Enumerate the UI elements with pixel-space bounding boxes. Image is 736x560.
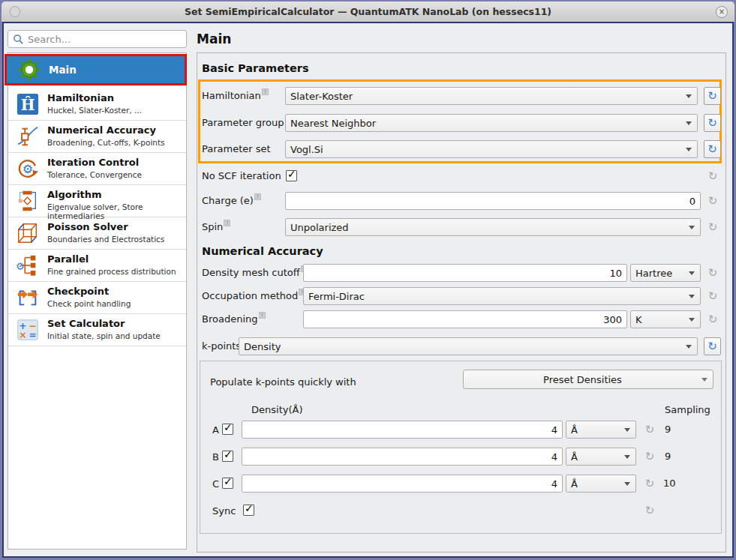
charge-input[interactable] — [285, 192, 701, 210]
section-numerical-accuracy: Numerical Accuracy — [202, 245, 323, 257]
axis-a-density-input[interactable] — [242, 421, 563, 439]
density-mesh-cutoff-input[interactable] — [303, 264, 627, 282]
density-mesh-cutoff-label: Density mesh cutoff? — [202, 264, 308, 282]
sidebar-item-poisson-solver[interactable]: Poisson Solver Boundaries and Electrosta… — [8, 217, 186, 250]
dropdown-arrow-icon — [624, 482, 630, 486]
reset-occupation-method-button[interactable]: ↻ — [706, 289, 719, 303]
dropdown-arrow-icon — [624, 455, 630, 459]
sidebar-item-numerical-accuracy[interactable]: Numerical Accuracy Broadening, Cut-offs,… — [8, 121, 186, 153]
broadening-label: Broadening? — [202, 310, 266, 328]
search-icon — [13, 34, 24, 45]
spin-value: Unpolarized — [286, 222, 689, 233]
axis-c-unit-select[interactable]: Å — [566, 475, 636, 493]
axis-b-unit-select[interactable]: Å — [566, 448, 636, 466]
hamiltonian-select[interactable]: Slater-Koster — [285, 87, 698, 105]
check-icon: ✓ — [245, 502, 254, 514]
sidebar-item-checkpoint[interactable]: Checkpoint Check point handling — [8, 282, 186, 314]
spin-select[interactable]: Unpolarized — [285, 218, 701, 236]
sidebar-item-iteration-control[interactable]: ⚙ Iteration Control Tolerance, Convergen… — [8, 153, 186, 185]
window-icon — [10, 6, 20, 17]
sidebar-item-parallel[interactable]: ⚙ Parallel Fine grained process distribu… — [8, 250, 186, 282]
reset-sync-button[interactable]: ↻ — [643, 504, 656, 517]
reset-broadening-button[interactable]: ↻ — [706, 313, 719, 326]
charge-label: Charge (e)? — [202, 192, 261, 210]
reset-kpoints-button[interactable]: ↻ — [704, 337, 721, 355]
svg-text:⚙: ⚙ — [16, 261, 25, 272]
sidebar-item-subtitle: Initial state, spin and update — [47, 331, 161, 340]
broadening-unit-select[interactable]: K — [630, 310, 701, 328]
accuracy-curve-icon — [16, 124, 40, 148]
no-scf-label: No SCF iteration — [202, 167, 281, 185]
search-input[interactable] — [28, 31, 186, 46]
axis-c-checkbox[interactable]: ✓ — [222, 478, 233, 489]
dropdown-arrow-icon — [624, 428, 630, 432]
iteration-gear-icon: ⚙ — [16, 157, 40, 181]
help-badge-icon: ? — [262, 88, 269, 95]
reset-axis-b-button[interactable]: ↻ — [643, 450, 656, 463]
sidebar-item-label: Parallel — [47, 253, 89, 265]
search-box[interactable] — [8, 30, 187, 48]
density-column-header: Density(Å) — [251, 404, 302, 415]
sampling-column-header: Sampling — [665, 404, 710, 415]
reset-parameter-set-button[interactable]: ↻ — [704, 140, 721, 158]
reset-hamiltonian-button[interactable]: ↻ — [704, 87, 721, 105]
axis-b-checkbox[interactable]: ✓ — [222, 451, 233, 462]
density-mesh-cutoff-unit-select[interactable]: Hartree — [630, 264, 701, 282]
calculator-icon: + − × = — [16, 318, 40, 342]
broadening-input[interactable] — [303, 310, 627, 328]
dropdown-arrow-icon — [686, 345, 692, 349]
sidebar-item-algorithm[interactable]: Algorithm Eigenvalue solver, Store inter… — [8, 185, 186, 217]
sidebar-item-label: Iteration Control — [47, 157, 139, 168]
axis-a-unit-select[interactable]: Å — [566, 421, 636, 439]
axis-c-unit: Å — [566, 478, 624, 490]
dropdown-arrow-icon — [689, 271, 695, 275]
dropdown-arrow-icon — [701, 378, 707, 382]
preset-densities-button[interactable]: Preset Densities — [463, 370, 713, 389]
sidebar-item-set-calculator[interactable]: + − × = Set Calculator Initial state, sp… — [8, 314, 186, 346]
sync-checkbox[interactable]: ✓ — [243, 505, 254, 516]
axis-c-density-input[interactable] — [242, 475, 563, 493]
sidebar-item-label: Numerical Accuracy — [47, 124, 156, 136]
check-icon: ✓ — [224, 448, 233, 460]
reset-axis-c-button[interactable]: ↻ — [643, 477, 656, 490]
axis-b-label: B — [212, 451, 219, 463]
svg-text:×: × — [19, 330, 26, 340]
dropdown-arrow-icon — [689, 295, 695, 298]
axis-a-sampling-value: 9 — [665, 424, 671, 435]
hamiltonian-value: Slater-Koster — [286, 91, 686, 102]
reset-charge-button[interactable]: ↻ — [706, 194, 719, 208]
reset-density-mesh-cutoff-button[interactable]: ↻ — [706, 266, 719, 280]
hamiltonian-label-text: Hamiltonian — [202, 90, 261, 101]
kpoints-select[interactable]: Density — [239, 337, 698, 355]
no-scf-checkbox[interactable]: ✓ — [286, 170, 297, 181]
sidebar-item-main[interactable]: Main — [5, 54, 187, 85]
reset-spin-button[interactable]: ↻ — [706, 220, 719, 234]
reset-parameter-group-button[interactable]: ↻ — [704, 114, 721, 132]
reset-axis-a-button[interactable]: ↻ — [643, 423, 656, 436]
sync-label: Sync — [212, 505, 236, 517]
section-basic-parameters: Basic Parameters — [202, 62, 309, 74]
occupation-method-select[interactable]: Fermi-Dirac — [303, 287, 701, 305]
hamiltonian-icon: Ĥ — [16, 92, 40, 116]
parameter-set-select[interactable]: Vogl.Si — [285, 140, 698, 158]
dialog-window: Set SemiEmpiricalCalculator — QuantumATK… — [0, 0, 736, 560]
density-mesh-cutoff-unit: Hartree — [631, 268, 689, 279]
axis-a-label: A — [212, 424, 219, 436]
sidebar-item-label: Checkpoint — [47, 286, 109, 297]
parameter-set-label: Parameter set — [202, 140, 271, 158]
dropdown-arrow-icon — [686, 121, 692, 125]
axis-b-density-input[interactable] — [242, 448, 563, 466]
title-bar[interactable]: Set SemiEmpiricalCalculator — QuantumATK… — [2, 1, 734, 22]
sidebar-list: Main Ĥ Hamiltonian Huckel, Slater-Koster… — [8, 52, 187, 550]
parameter-group-select[interactable]: Nearest Neighbor — [285, 114, 698, 132]
sidebar-item-hamiltonian[interactable]: Ĥ Hamiltonian Huckel, Slater-Koster, ... — [8, 88, 186, 121]
reset-no-scf-button[interactable]: ↻ — [706, 169, 719, 183]
axis-b-unit: Å — [566, 451, 624, 463]
close-button[interactable]: × — [716, 6, 728, 18]
axis-a-checkbox[interactable]: ✓ — [222, 424, 233, 435]
preset-densities-label: Preset Densities — [464, 374, 701, 385]
dropdown-arrow-icon — [686, 94, 692, 98]
svg-text:=: = — [29, 330, 36, 340]
spin-label: Spin? — [202, 218, 230, 236]
occupation-method-label: Occupation method? — [202, 287, 305, 305]
